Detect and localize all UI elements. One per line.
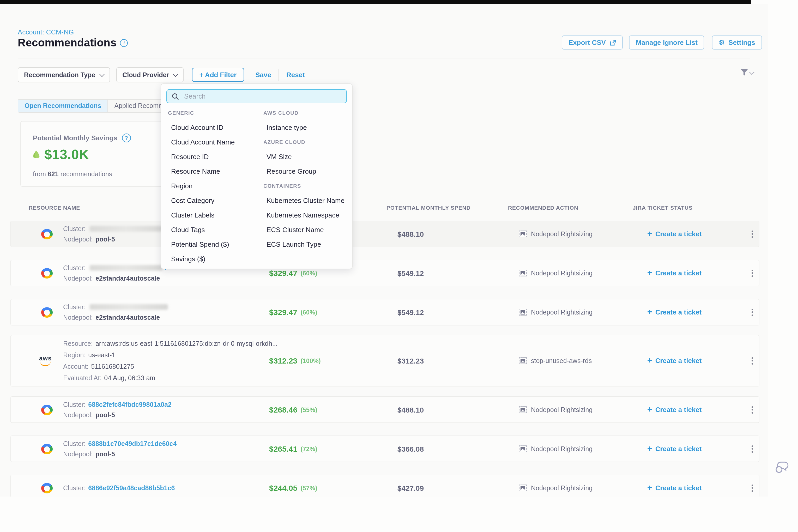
kebab-dot [752,484,753,486]
kebab-menu[interactable] [752,260,753,286]
savings-percent: (60%) [300,269,317,277]
account-breadcrumb[interactable]: Account: CCM-NG [18,28,74,36]
spend-value: $312.23 [397,335,424,386]
provider-icon-cell [41,475,53,496]
provider-icon-cell: aws [41,335,52,386]
recommendation-action-label: Nodepool Rightsizing [531,269,592,277]
kebab-menu[interactable] [752,475,753,496]
resource-label: Cluster: [63,438,86,449]
create-ticket-label: Create a ticket [656,230,702,238]
dropdown-item[interactable]: Potential Spend ($) [168,237,261,252]
recommendation-action-label: stop-unused-aws-rds [531,357,592,364]
kebab-menu[interactable] [752,397,753,422]
info-icon[interactable]: i [120,39,128,47]
cluster-link[interactable]: 6888b1c70e49db17c1de60c4 [88,438,176,449]
dropdown-item[interactable]: Cloud Tags [168,223,261,237]
recommendation-type-filter[interactable]: Recommendation Type [18,67,110,82]
cluster-link[interactable]: 6886e92f59a48cad86b5b1c6 [88,483,175,493]
redacted-cluster-name [90,226,163,232]
resource-line: Cluster:6888b1c70e49db17c1de60c4 [63,438,176,449]
column-recommended-action: RECOMMENDED ACTION [508,205,578,211]
dropdown-item[interactable]: Instance type [263,120,348,135]
create-ticket-button[interactable]: +Create a ticket [647,475,702,496]
dropdown-item[interactable]: Resource ID [168,150,261,164]
search-input[interactable] [183,92,342,101]
table-row[interactable]: Cluster:6888b1c70e49db17c1de60c4Nodepool… [11,436,759,462]
kebab-menu[interactable] [752,436,753,461]
settings-button[interactable]: ⚙︎ Settings [712,36,762,50]
kebab-dot [752,360,753,361]
recommendation-action-label: Nodepool Rightsizing [531,484,592,492]
tab-open-recommendations[interactable]: Open Recommendations [18,100,108,112]
create-ticket-button[interactable]: +Create a ticket [647,436,702,461]
kebab-menu[interactable] [752,299,753,325]
export-csv-button[interactable]: Export CSV [562,36,623,50]
kebab-menu[interactable] [752,335,753,386]
savings-value: $244.05 [269,483,297,492]
table-row[interactable]: Cluster:688c2fefc84fbdc99801a0a2Nodepool… [11,396,759,423]
recommendation-action-label: Nodepool Rightsizing [531,308,592,316]
dropdown-search [166,89,347,103]
dropdown-item[interactable]: Region [168,179,261,193]
monthly-savings-cell: $268.46(55%) [269,397,317,422]
cluster-link[interactable]: 688c2fefc84fbdc99801a0a2 [88,399,172,410]
savings-percent: (55%) [300,406,317,413]
dropdown-item[interactable]: Cloud Account ID [168,120,261,135]
resource-label: Nodepool: [63,234,93,244]
reset-filter-button[interactable]: Reset [286,71,305,79]
table-row[interactable]: awsResource:arn:aws:rds:us-east-1:511616… [11,335,759,386]
kebab-menu[interactable] [752,221,753,247]
help-icon[interactable]: ? [122,134,131,142]
aws-swoosh [40,361,51,366]
spend-value: $366.08 [397,436,424,461]
dropdown-item[interactable]: ECS Launch Type [263,237,348,252]
kebab-dot [752,357,753,359]
dropdown-item[interactable]: Resource Group [263,164,348,179]
dropdown-item[interactable]: Cost Category [168,193,261,208]
dropdown-group-header: CONTAINERS [263,179,348,193]
manage-ignore-list-button[interactable]: Manage Ignore List [629,36,704,50]
title-row: Recommendations i [18,37,128,49]
action-type-icon [519,357,527,364]
create-ticket-button[interactable]: +Create a ticket [647,335,702,386]
dropdown-group-header: AZURE CLOUD [263,135,348,150]
create-ticket-button[interactable]: +Create a ticket [647,221,702,247]
table-row[interactable]: Cluster:Nodepool:e2standar4autoscale$329… [11,299,759,325]
dropdown-item[interactable]: Kubernetes Namespace [263,208,348,223]
recommended-action-cell: Nodepool Rightsizing [519,299,592,325]
resource-value: pool-5 [95,449,115,459]
dropdown-item[interactable]: Savings ($) [168,252,261,267]
dropdown-item[interactable]: Kubernetes Cluster Name [263,193,348,208]
plus-icon: + [647,307,652,316]
recommended-action-cell: Nodepool Rightsizing [519,397,592,422]
create-ticket-button[interactable]: +Create a ticket [647,260,702,286]
monthly-savings-cell: $329.47(60%) [269,299,317,325]
create-ticket-label: Create a ticket [656,484,702,492]
dropdown-item[interactable]: Cloud Account Name [168,135,261,150]
resource-details: Resource:arn:aws:rds:us-east-1:511616801… [63,335,278,386]
recommendation-type-label: Recommendation Type [24,71,95,78]
savings-subtext: from 621 recommendations [33,171,112,178]
create-ticket-button[interactable]: +Create a ticket [647,397,702,422]
dropdown-item[interactable]: Cluster Labels [168,208,261,223]
resource-value: arn:aws:rds:us-east-1:511616801275:db:zn… [95,338,278,349]
manage-ignore-list-label: Manage Ignore List [636,39,698,46]
kebab-dot [752,490,753,492]
save-filter-button[interactable]: Save [255,71,271,79]
dropdown-item[interactable]: Resource Name [168,164,261,179]
create-ticket-button[interactable]: +Create a ticket [647,299,702,325]
dropdown-group-header: AWS CLOUD [263,106,348,120]
column-potential-monthly-spend: POTENTIAL MONTHLY SPEND [386,205,471,211]
spend-value: $488.10 [397,397,424,422]
dropdown-item[interactable]: ECS Cluster Name [263,223,348,237]
add-filter-button[interactable]: + Add Filter [192,68,244,82]
table-row[interactable]: Cluster:iNodepool:e2standar4autoscale$32… [11,260,759,286]
dropdown-item[interactable]: VM Size [263,150,348,164]
resource-line: Cluster:688c2fefc84fbdc99801a0a2 [63,399,172,410]
table-row[interactable]: Cluster:Nodepool:pool-5$488.10Nodepool R… [11,221,759,247]
savings-value: $329.47 [269,269,297,278]
cloud-provider-filter[interactable]: Cloud Provider [116,67,184,82]
filter-funnel-button[interactable] [740,69,754,77]
chat-bubble-icon[interactable] [775,460,788,476]
table-row[interactable]: Cluster:6886e92f59a48cad86b5b1c6$244.05(… [11,475,759,496]
